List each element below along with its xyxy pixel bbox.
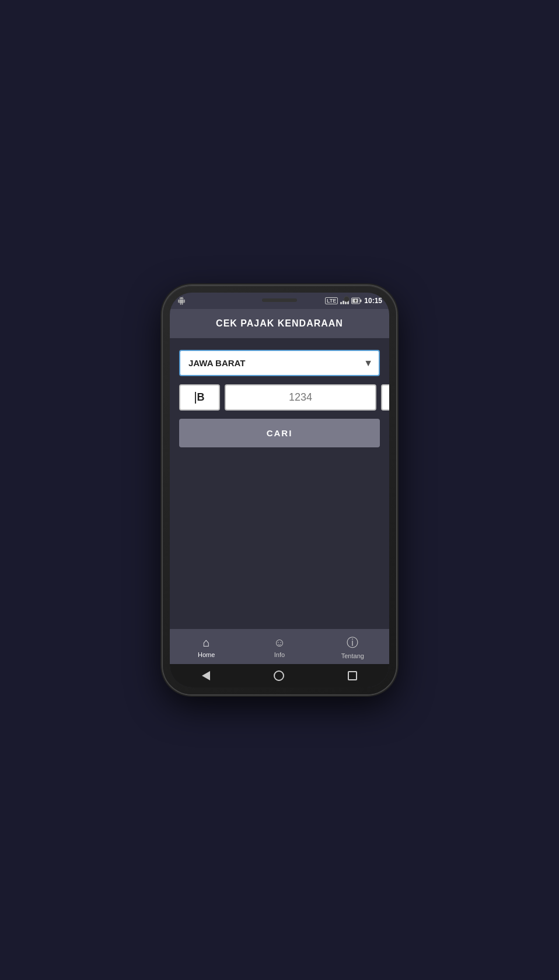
recent-square-icon [348,671,357,680]
cursor-blink [195,392,196,404]
home-icon: ⌂ [203,636,210,649]
main-content: JAWA BARAT JAWA TENGAH JAWA TIMUR DKI JA… [170,338,389,629]
province-dropdown[interactable]: JAWA BARAT JAWA TENGAH JAWA TIMUR DKI JA… [179,350,380,376]
plate-prefix-value: B [197,391,205,404]
back-button[interactable] [195,668,217,684]
status-time: 10:15 [364,297,382,305]
back-triangle-icon [202,671,210,680]
android-icon [177,296,186,305]
nav-label-home: Home [198,651,215,658]
search-button[interactable]: CARI [179,419,380,447]
home-button[interactable] [267,667,291,684]
recent-button[interactable] [341,668,364,684]
phone-device: LTE 10:15 [163,286,396,694]
status-left [177,296,186,305]
info-icon: ☺ [274,636,285,649]
home-circle-icon [274,670,284,681]
app-toolbar: CEK PAJAK KENDARAAN [170,309,389,338]
phone-screen: LTE 10:15 [170,293,389,687]
plate-suffix-display[interactable]: FZN [381,384,389,411]
app-title: CEK PAJAK KENDARAAN [216,318,343,328]
battery-svg [351,297,362,304]
status-bar: LTE 10:15 [170,293,389,309]
android-logo-icon [177,297,186,305]
svg-rect-1 [360,300,362,303]
app-content: JAWA BARAT JAWA TENGAH JAWA TIMUR DKI JA… [170,338,389,687]
nav-label-info: Info [274,651,285,658]
lte-badge: LTE [325,297,338,305]
about-icon: ⓘ [347,635,358,651]
android-nav-bar [170,664,389,687]
province-dropdown-container: JAWA BARAT JAWA TENGAH JAWA TIMUR DKI JA… [179,350,380,376]
battery-icon [351,297,362,304]
nav-label-tentang: Tentang [341,652,364,659]
nav-item-tentang[interactable]: ⓘ Tentang [316,629,389,664]
plate-number-input[interactable] [225,384,376,411]
plate-input-row: B FZN [179,384,380,411]
nav-item-home[interactable]: ⌂ Home [170,629,243,664]
signal-bar-2 [343,301,344,304]
nav-item-info[interactable]: ☺ Info [243,629,316,664]
status-right: LTE 10:15 [325,297,382,305]
front-camera [344,296,350,302]
bottom-nav: ⌂ Home ☺ Info ⓘ Tentang [170,629,389,664]
plate-prefix-display[interactable]: B [179,384,220,411]
signal-bar-1 [340,302,342,304]
